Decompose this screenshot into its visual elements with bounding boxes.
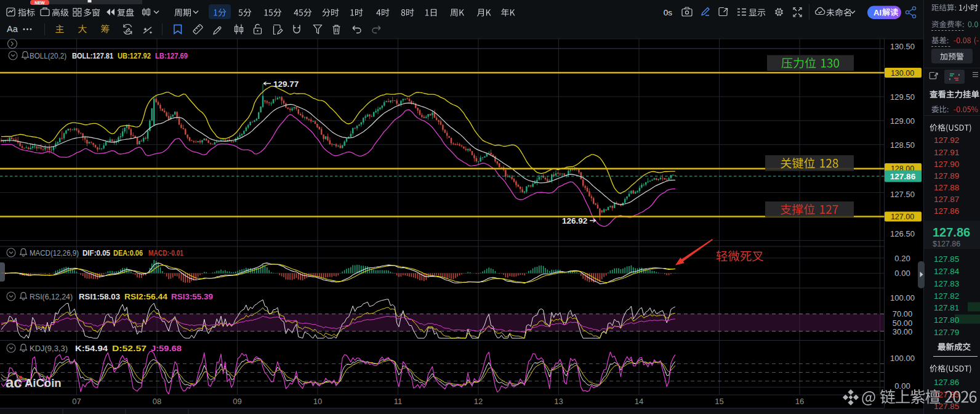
svg-text:07: 07 bbox=[72, 397, 81, 406]
svg-text:127.86: 127.86 bbox=[934, 206, 959, 216]
svg-text:127.88: 127.88 bbox=[934, 183, 959, 192]
svg-text:RSI1:58.03: RSI1:58.03 bbox=[79, 292, 120, 301]
svg-text:127.91: 127.91 bbox=[934, 148, 959, 157]
svg-text:127.85: 127.85 bbox=[934, 254, 959, 264]
svg-text:K:54.94: K:54.94 bbox=[75, 344, 108, 353]
svg-text:100.00: 100.00 bbox=[890, 354, 915, 363]
svg-text:128.50: 128.50 bbox=[890, 140, 915, 150]
svg-text:BOLL:127.81: BOLL:127.81 bbox=[72, 51, 113, 60]
svg-text:127.79: 127.79 bbox=[934, 328, 959, 337]
svg-text:127.87: 127.87 bbox=[934, 195, 959, 204]
svg-text:UB:127.92: UB:127.92 bbox=[118, 51, 151, 60]
svg-text:MACD(12,26,9): MACD(12,26,9) bbox=[30, 248, 79, 258]
svg-text:12: 12 bbox=[474, 397, 483, 406]
svg-text:127.86: 127.86 bbox=[890, 172, 916, 181]
svg-text:127.83: 127.83 bbox=[934, 279, 959, 288]
svg-text:11: 11 bbox=[394, 397, 403, 406]
svg-text:50.00: 50.00 bbox=[893, 319, 913, 328]
svg-text:126.50: 126.50 bbox=[890, 229, 915, 238]
svg-text:0.20: 0.20 bbox=[894, 254, 910, 263]
svg-text:MACD:-0.01: MACD:-0.01 bbox=[148, 248, 183, 258]
svg-text:100.00: 100.00 bbox=[890, 293, 915, 302]
svg-text:129.00: 129.00 bbox=[890, 116, 915, 126]
svg-text:BOLL(20,2): BOLL(20,2) bbox=[30, 51, 66, 60]
svg-text:RSI3:55.39: RSI3:55.39 bbox=[171, 292, 213, 301]
svg-text:J:59.68: J:59.68 bbox=[151, 344, 182, 353]
svg-text:0.00: 0.00 bbox=[894, 269, 910, 278]
svg-text:KDJ(9,3,3): KDJ(9,3,3) bbox=[30, 344, 68, 353]
svg-text:127.80: 127.80 bbox=[934, 315, 959, 325]
svg-text:$127.86: $127.86 bbox=[933, 240, 960, 248]
svg-text:LB:127.69: LB:127.69 bbox=[155, 51, 188, 60]
svg-text:127.90: 127.90 bbox=[934, 160, 959, 169]
svg-text:0s: 0s bbox=[664, 8, 673, 17]
svg-text:14: 14 bbox=[635, 397, 643, 406]
svg-text:DIF:0.05: DIF:0.05 bbox=[82, 248, 110, 258]
svg-text:15: 15 bbox=[715, 397, 723, 406]
svg-text:127.00: 127.00 bbox=[891, 213, 914, 221]
svg-text:127.86: 127.86 bbox=[933, 225, 970, 239]
svg-text:09: 09 bbox=[233, 397, 241, 406]
svg-text:127.82: 127.82 bbox=[934, 291, 959, 301]
svg-text:129.50: 129.50 bbox=[890, 92, 915, 102]
svg-text:Aa: Aa bbox=[7, 24, 18, 34]
svg-text:127.89: 127.89 bbox=[934, 171, 959, 181]
svg-text:RSI2:56.44: RSI2:56.44 bbox=[124, 292, 168, 301]
svg-text:129.77: 129.77 bbox=[273, 79, 299, 89]
svg-text:DEA:0.06: DEA:0.06 bbox=[113, 248, 143, 258]
svg-text:127.86: 127.86 bbox=[934, 378, 959, 387]
svg-text:13: 13 bbox=[554, 397, 563, 406]
svg-text:08: 08 bbox=[153, 397, 161, 406]
svg-text:126.92: 126.92 bbox=[562, 216, 587, 225]
svg-text:16: 16 bbox=[795, 397, 804, 406]
svg-text:AiCoin: AiCoin bbox=[25, 376, 62, 389]
svg-text:130.50: 130.50 bbox=[890, 42, 915, 51]
svg-text:AI: AI bbox=[874, 8, 882, 17]
svg-text:130.00: 130.00 bbox=[891, 69, 914, 78]
svg-text:10: 10 bbox=[313, 397, 322, 406]
svg-text:127.81: 127.81 bbox=[934, 303, 959, 312]
svg-text:30.00: 30.00 bbox=[893, 327, 913, 336]
svg-text:127.92: 127.92 bbox=[934, 136, 959, 145]
svg-text:RSI(6,12,24): RSI(6,12,24) bbox=[30, 292, 73, 301]
svg-text:0.00: 0.00 bbox=[894, 381, 910, 391]
svg-text:NEW: NEW bbox=[34, 1, 45, 5]
svg-text:127.84: 127.84 bbox=[934, 267, 960, 276]
svg-text:127.50: 127.50 bbox=[890, 190, 915, 199]
svg-text:70.00: 70.00 bbox=[893, 309, 913, 319]
svg-text:D:52.57: D:52.57 bbox=[112, 344, 147, 353]
